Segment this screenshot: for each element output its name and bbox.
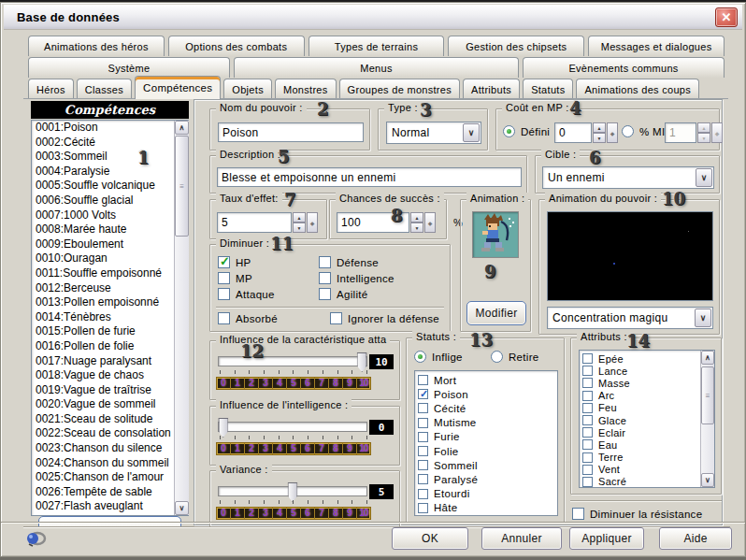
spin-up-icon[interactable]: ▲ [410, 212, 423, 223]
attribute-checkbox-row[interactable]: Vent [582, 464, 699, 476]
defini-spinner[interactable]: ▲▼ ◆ [554, 122, 618, 143]
appliquer-button[interactable]: Appliquer [569, 527, 644, 550]
checkbox[interactable] [418, 460, 428, 470]
list-item[interactable]: 0011:Souffle empoisonné [32, 266, 173, 281]
list-item[interactable]: 0023:Chanson du silence [32, 441, 173, 456]
checkbox[interactable] [582, 452, 593, 463]
spin-down-icon[interactable]: ▼ [410, 223, 423, 233]
checkbox[interactable] [418, 432, 428, 442]
tab[interactable]: Classes [77, 79, 132, 99]
checkbox[interactable] [418, 403, 428, 413]
attribute-checkbox-row[interactable]: Eau [582, 438, 699, 451]
scrollbar-thumb[interactable]: ≡ [175, 136, 189, 237]
radio-retire[interactable]: Retire [491, 351, 538, 363]
checkbox[interactable] [330, 312, 342, 324]
list-item[interactable]: 0019:Vague de traîtrise [32, 383, 173, 398]
list-item[interactable]: 0014:Ténèbres [32, 310, 173, 325]
chevron-down-icon[interactable]: ∨ [696, 168, 712, 187]
spin-down-icon[interactable]: ▼ [593, 133, 606, 143]
status-checkbox-row[interactable]: Etourdi [418, 487, 557, 501]
checkbox[interactable] [582, 465, 593, 475]
taux-value[interactable] [217, 212, 292, 233]
scroll-down-icon[interactable]: ∨ [701, 473, 714, 487]
skill-list[interactable]: 0001:Poison0002:Cécité0003:Sommeil0004:P… [31, 120, 189, 516]
list-item[interactable]: 0020:Vague de sommeil [32, 397, 173, 412]
list-item[interactable]: 0004:Paralysie [32, 165, 173, 179]
cible-dropdown[interactable]: Un ennemi ∨ [542, 166, 714, 189]
tab[interactable]: Système [28, 57, 230, 78]
modifier-button[interactable]: Modifier [466, 301, 526, 325]
spin-extra-icon[interactable]: ◆ [307, 212, 318, 233]
checkbox[interactable] [582, 477, 593, 487]
status-checkbox-row[interactable]: Mutisme [418, 416, 557, 430]
variance-slider[interactable] [218, 486, 367, 496]
list-item[interactable]: 0013:Pollen empoisonné [32, 295, 173, 310]
checkbox-row[interactable]: Attaque [218, 288, 275, 300]
status-checkbox-row[interactable]: Mort [418, 373, 557, 387]
tab[interactable]: Attributs [463, 79, 520, 99]
checkbox[interactable] [418, 446, 428, 456]
scroll-down-icon[interactable]: ∨ [175, 501, 189, 515]
checkbox[interactable] [319, 256, 331, 268]
attribute-checkbox-row[interactable]: Feu [582, 402, 699, 414]
list-item[interactable]: 0005:Souffle volcanique [32, 179, 173, 194]
title-bar[interactable]: Base de données ✕ [4, 5, 742, 30]
list-item[interactable]: 0021:Sceau de solitude [32, 412, 173, 427]
spin-up-icon[interactable]: ▲ [593, 122, 606, 133]
animation-dropdown[interactable]: Concentration magiqu ∨ [547, 307, 713, 329]
checkbox[interactable] [218, 312, 230, 324]
status-checkbox-row[interactable]: Folie [418, 444, 557, 458]
tab[interactable]: Objets [223, 79, 272, 99]
radio-icon[interactable] [491, 351, 503, 363]
tab[interactable]: Animations des coups [576, 79, 699, 99]
spin-extra-icon[interactable]: ◆ [607, 122, 618, 143]
list-item[interactable]: 0006:Souffle glacial [32, 194, 173, 208]
tab[interactable]: Héros [28, 79, 74, 99]
attribute-checkbox-row[interactable]: Sacré [582, 476, 699, 488]
tab[interactable]: Types de terrains [308, 36, 445, 56]
status-checkbox-row[interactable]: Hâte [418, 501, 557, 515]
checkbox-row[interactable]: Agilité [319, 288, 395, 300]
attribute-checkbox-row[interactable]: Glace [582, 414, 699, 426]
checkbox-row[interactable]: Ignorer la défense [330, 312, 439, 324]
defini-value[interactable] [554, 122, 592, 143]
attributs-list[interactable]: EpéeLanceMasseArcFeuGlaceEclairEauTerreV… [579, 350, 715, 488]
list-item[interactable]: 0002:Cécité [32, 136, 173, 151]
list-item[interactable]: 0017:Nuage paralysant [32, 354, 173, 369]
tab[interactable]: Monstres [275, 79, 337, 99]
checkbox[interactable] [418, 489, 428, 499]
checkbox[interactable] [582, 391, 593, 401]
tab[interactable]: Gestion des chipsets [448, 36, 584, 56]
radio-defini[interactable]: Défini [503, 125, 550, 137]
checkbox[interactable] [418, 389, 428, 399]
scrollbar-thumb[interactable]: ≡ [701, 366, 714, 424]
slider-thumb[interactable] [288, 482, 298, 502]
chevron-down-icon[interactable]: ∨ [463, 123, 480, 142]
status-checkbox-row[interactable]: Paralysé [418, 472, 557, 486]
radio-icon[interactable] [622, 125, 634, 137]
attribute-checkbox-row[interactable]: Masse [582, 377, 699, 389]
type-dropdown[interactable]: Normal ∨ [386, 122, 481, 144]
status-checkbox-row[interactable]: Sommeil [418, 458, 557, 472]
checkbox[interactable] [582, 403, 593, 413]
slider-thumb[interactable] [218, 418, 228, 438]
checkbox[interactable] [582, 366, 593, 376]
spin-up-icon[interactable]: ▲ [293, 212, 306, 223]
attribute-checkbox-row[interactable]: Arc [582, 390, 699, 402]
aide-button[interactable]: Aide [659, 527, 732, 550]
checkbox[interactable] [218, 256, 230, 268]
attribute-checkbox-row[interactable]: Epée [582, 352, 699, 365]
list-item[interactable]: 0001:Poison [32, 121, 173, 136]
checkbox[interactable] [218, 272, 230, 284]
attribute-checkbox-row[interactable]: Eclair [582, 426, 699, 438]
chevron-down-icon[interactable]: ∨ [695, 309, 711, 327]
checkbox[interactable] [418, 503, 428, 513]
list-item[interactable]: 0003:Sommeil [32, 150, 173, 165]
list-item[interactable]: 0007:1000 Volts [32, 208, 173, 223]
list-item[interactable]: 0026:Tempête de sable [32, 485, 173, 500]
list-item[interactable]: 0025:Chanson de l'amour [32, 470, 173, 485]
tab[interactable]: Groupes de monstres [339, 79, 460, 99]
radio-pct-mi[interactable]: % MI [622, 125, 665, 137]
status-checkbox-row[interactable]: Poison [418, 387, 557, 401]
close-button[interactable]: ✕ [715, 7, 738, 27]
